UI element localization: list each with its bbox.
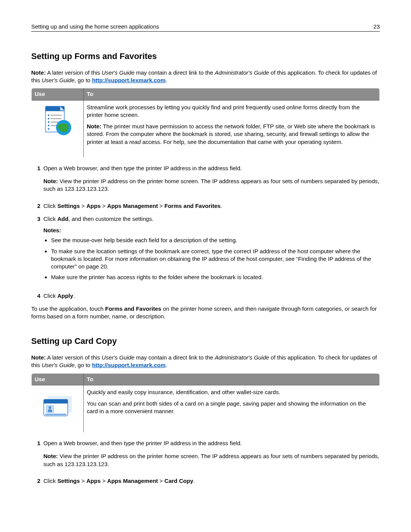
step-1: 1 Open a Web browser, and then type the … xyxy=(31,165,380,197)
page-header: Setting up and using the home screen app… xyxy=(31,23,380,32)
bullet-2: To make sure the location settings of th… xyxy=(51,248,380,271)
svg-rect-16 xyxy=(44,399,68,404)
th-use: Use xyxy=(32,88,84,100)
section1-intro-note: Note: A later version of this User's Gui… xyxy=(31,69,380,85)
forms-closing: To use the application, touch Forms and … xyxy=(31,305,380,321)
svg-rect-3 xyxy=(48,114,49,116)
step-1: 1 Open a Web browser, and then type the … xyxy=(31,439,380,472)
forms-desc-cell: Streamline work processes by letting you… xyxy=(84,100,380,157)
page-number: 23 xyxy=(373,23,380,30)
step-2: 2 Click Settings > Apps > Apps Managemen… xyxy=(31,202,380,210)
forms-icon-cell xyxy=(32,100,84,157)
section2-intro-note: Note: A later version of this User's Gui… xyxy=(31,354,380,369)
idcard-icon xyxy=(40,388,75,423)
bullet-1: See the mouse-over help beside each fiel… xyxy=(51,236,380,244)
th-use: Use xyxy=(32,373,84,385)
svg-rect-4 xyxy=(51,115,62,115)
bullet-3: Make sure the printer has access rights … xyxy=(51,273,380,281)
svg-rect-7 xyxy=(48,121,49,123)
step-4: 4 Click Apply. xyxy=(31,292,380,300)
svg-rect-19 xyxy=(48,409,52,412)
forms-steps: 1 Open a Web browser, and then type the … xyxy=(31,165,380,300)
section-heading-forms: Setting up Forms and Favorites xyxy=(31,51,380,62)
note-label: Note: xyxy=(31,69,46,76)
section-heading-cardcopy: Setting up Card Copy xyxy=(31,335,380,347)
cardcopy-table: Use To Quickly and easily copy insurance… xyxy=(31,373,380,433)
header-title: Setting up and using the home screen app… xyxy=(31,23,159,30)
step-2: 2 Click Settings > Apps > Apps Managemen… xyxy=(31,477,380,485)
svg-rect-6 xyxy=(51,118,62,119)
forms-globe-icon xyxy=(40,104,75,138)
svg-point-18 xyxy=(49,406,51,409)
svg-rect-5 xyxy=(48,118,49,119)
svg-rect-20 xyxy=(45,414,67,415)
cardcopy-icon-cell xyxy=(32,385,84,432)
cardcopy-desc-cell: Quickly and easily copy insurance, ident… xyxy=(84,385,380,432)
cardcopy-steps: 1 Open a Web browser, and then type the … xyxy=(31,439,380,485)
support-link[interactable]: http://support.lexmark.com xyxy=(92,362,166,368)
th-to: To xyxy=(84,373,380,385)
svg-rect-9 xyxy=(48,125,49,126)
svg-rect-11 xyxy=(48,128,49,129)
th-to: To xyxy=(84,88,380,100)
support-link[interactable]: http://support.lexmark.com xyxy=(92,77,166,83)
forms-table: Use To Streamline work processes by le xyxy=(31,88,380,158)
step-3: 3 Click Add, and then customize the sett… xyxy=(31,215,380,287)
